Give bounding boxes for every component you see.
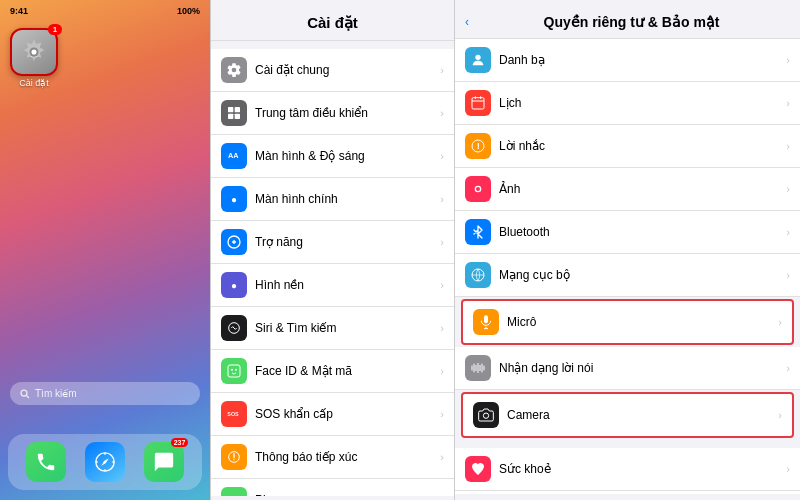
privacy-row-suc-khoe[interactable]: Sức khoẻ› xyxy=(455,448,800,491)
privacy-label-nhan-dang-loi-noi: Nhận dạng lời nói xyxy=(499,361,778,375)
svg-point-26 xyxy=(476,187,480,191)
privacy-row-du-lieu-cam-bien[interactable]: Dữ liệu cảm biến & sử dụng của Nghiên cứ… xyxy=(455,491,800,494)
settings-row-sos[interactable]: SOSSOS khẩn cấp› xyxy=(211,393,454,436)
privacy-row-nhan-dang-loi-noi[interactable]: Nhận dạng lời nói› xyxy=(455,347,800,390)
home-dock: 237 xyxy=(8,434,202,490)
privacy-icon-lich xyxy=(465,90,491,116)
svg-text:AA: AA xyxy=(228,151,239,160)
privacy-label-lich: Lịch xyxy=(499,96,778,110)
chevron-right-icon: › xyxy=(786,54,790,66)
settings-label-thong-bao: Thông báo tiếp xúc xyxy=(255,450,432,464)
svg-point-3 xyxy=(21,390,27,396)
safari-dock-icon[interactable] xyxy=(85,442,125,482)
settings-group-main: Cài đặt chung›Trung tâm điều khiển›AAMàn… xyxy=(211,49,454,496)
svg-text:!: ! xyxy=(477,141,480,151)
settings-row-man-hinh-chinh[interactable]: ●Màn hình chính› xyxy=(211,178,454,221)
svg-rect-8 xyxy=(228,114,233,119)
chevron-right-icon: › xyxy=(440,236,444,248)
chevron-right-icon: › xyxy=(786,140,790,152)
svg-rect-6 xyxy=(228,107,233,112)
chevron-right-icon: › xyxy=(440,322,444,334)
privacy-row-loi-nhac[interactable]: !Lời nhắc› xyxy=(455,125,800,168)
messages-dock-icon[interactable]: 237 xyxy=(144,442,184,482)
search-icon xyxy=(20,389,30,399)
svg-point-14 xyxy=(231,369,233,371)
settings-icon-bg[interactable] xyxy=(10,28,58,76)
chevron-right-icon: › xyxy=(778,316,782,328)
settings-row-cai-dat-chung[interactable]: Cài đặt chung› xyxy=(211,49,454,92)
messages-badge: 237 xyxy=(171,438,189,447)
chevron-right-icon: › xyxy=(440,365,444,377)
privacy-label-mang-cuc-bo: Mạng cục bộ xyxy=(499,268,778,282)
settings-row-tro-nang[interactable]: Trợ năng› xyxy=(211,221,454,264)
settings-app-icon[interactable]: 1 Cài đặt xyxy=(10,28,58,88)
svg-rect-7 xyxy=(235,107,240,112)
settings-label-sos: SOS khẩn cấp xyxy=(255,407,432,421)
settings-row-siri[interactable]: Siri & Tìm kiếm› xyxy=(211,307,454,350)
svg-point-19 xyxy=(233,459,234,460)
settings-icon-pin: ● xyxy=(221,487,247,496)
settings-badge: 1 xyxy=(48,24,62,35)
privacy-icon-loi-nhac: ! xyxy=(465,133,491,159)
chevron-right-icon: › xyxy=(440,150,444,162)
privacy-icon-nhan-dang-loi-noi xyxy=(465,355,491,381)
privacy-label-loi-nhac: Lời nhắc xyxy=(499,139,778,153)
chevron-right-icon: › xyxy=(440,279,444,291)
settings-label-hinh-nen: Hình nền xyxy=(255,278,432,292)
privacy-icon-anh xyxy=(465,176,491,202)
home-search-bar[interactable]: Tìm kiếm xyxy=(10,382,200,405)
svg-rect-13 xyxy=(228,365,240,377)
chevron-right-icon: › xyxy=(786,269,790,281)
settings-row-hinh-nen[interactable]: ●Hình nền› xyxy=(211,264,454,307)
settings-icon-face-id xyxy=(221,358,247,384)
chevron-right-icon: › xyxy=(440,64,444,76)
status-bar: 9:41 100% xyxy=(0,0,210,18)
settings-row-thong-bao[interactable]: Thông báo tiếp xúc› xyxy=(211,436,454,479)
privacy-row-bluetooth[interactable]: Bluetooth› xyxy=(455,211,800,254)
privacy-label-anh: Ảnh xyxy=(499,182,778,196)
svg-rect-9 xyxy=(235,114,240,119)
privacy-row-mang-cuc-bo[interactable]: Mạng cục bộ› xyxy=(455,254,800,297)
privacy-title: Quyền riêng tư & Bảo mật xyxy=(473,14,790,30)
settings-row-face-id[interactable]: Face ID & Mật mã› xyxy=(211,350,454,393)
privacy-label-camera: Camera xyxy=(507,408,770,422)
svg-point-29 xyxy=(483,413,488,418)
settings-label-siri: Siri & Tìm kiếm xyxy=(255,321,432,335)
privacy-row-micro[interactable]: Micrô› xyxy=(461,299,794,345)
settings-title: Cài đặt xyxy=(307,14,358,31)
chevron-right-icon: › xyxy=(440,494,444,496)
home-screen: 9:41 100% 1 Cài đặt Tìm kiếm xyxy=(0,0,210,500)
settings-row-pin[interactable]: ●Pin› xyxy=(211,479,454,496)
privacy-label-danh-ba: Danh bạ xyxy=(499,53,778,67)
settings-icon-tro-nang xyxy=(221,229,247,255)
privacy-row-camera[interactable]: Camera› xyxy=(461,392,794,438)
privacy-icon-suc-khoe xyxy=(465,456,491,482)
chevron-right-icon: › xyxy=(786,463,790,475)
privacy-row-danh-ba[interactable]: Danh bạ› xyxy=(455,39,800,82)
settings-panel: Cài đặt Cài đặt chung›Trung tâm điều khi… xyxy=(210,0,455,500)
settings-gear-icon xyxy=(18,36,50,68)
phone-dock-icon[interactable] xyxy=(26,442,66,482)
chevron-right-icon: › xyxy=(440,451,444,463)
settings-row-trung-tam[interactable]: Trung tâm điều khiển› xyxy=(211,92,454,135)
settings-list: Cài đặt chung›Trung tâm điều khiển›AAMàn… xyxy=(211,41,454,496)
svg-text:SOS: SOS xyxy=(227,411,239,417)
chevron-right-icon: › xyxy=(786,362,790,374)
settings-icon-man-hinh-do-sang: AA xyxy=(221,143,247,169)
privacy-header: ‹ Quyền riêng tư & Bảo mật xyxy=(455,0,800,39)
back-button[interactable]: ‹ xyxy=(465,15,469,29)
privacy-row-lich[interactable]: Lịch› xyxy=(455,82,800,125)
settings-label-man-hinh-do-sang: Màn hình & Độ sáng xyxy=(255,149,432,163)
svg-point-2 xyxy=(31,49,36,54)
chevron-right-icon: › xyxy=(786,226,790,238)
chevron-right-icon: › xyxy=(440,107,444,119)
settings-label-face-id: Face ID & Mật mã xyxy=(255,364,432,378)
settings-label-cai-dat-chung: Cài đặt chung xyxy=(255,63,432,77)
safari-icon xyxy=(94,451,116,473)
privacy-icon-micro xyxy=(473,309,499,335)
privacy-row-anh[interactable]: Ảnh› xyxy=(455,168,800,211)
settings-app-label: Cài đặt xyxy=(10,78,58,88)
settings-row-man-hinh-do-sang[interactable]: AAMàn hình & Độ sáng› xyxy=(211,135,454,178)
settings-label-pin: Pin xyxy=(255,493,432,496)
privacy-label-suc-khoe: Sức khoẻ xyxy=(499,462,778,476)
